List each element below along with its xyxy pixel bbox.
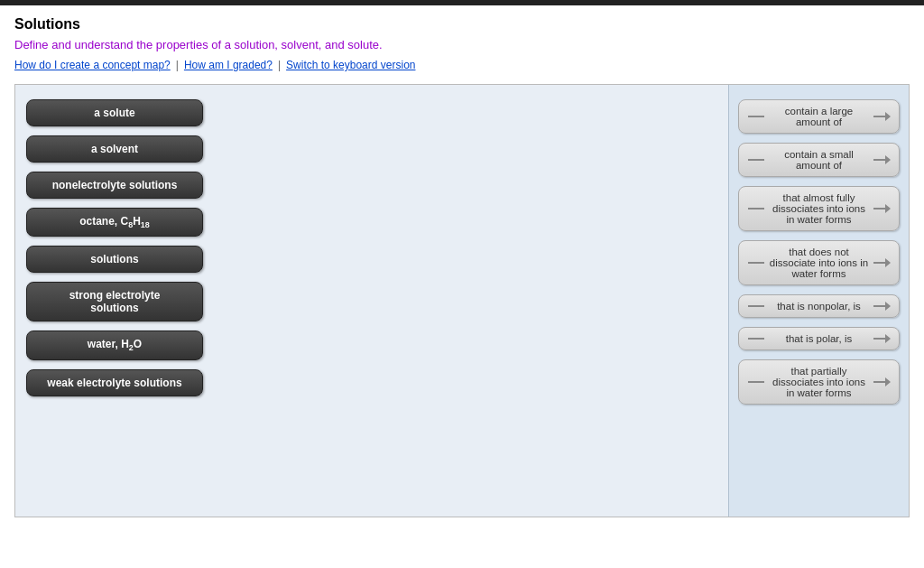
drag-item-strong-electrolyte[interactable]: strong electrolytesolutions [26, 282, 203, 321]
arrow-nonpolar [873, 305, 890, 307]
page-title: Solutions [14, 16, 910, 33]
drag-item-octane[interactable]: octane, C8H18 [26, 208, 203, 237]
predicate-text-large: contain a large amount of [768, 106, 870, 127]
connector-almost-fully [748, 208, 764, 210]
connector-does-not [748, 262, 764, 264]
predicate-almost-fully[interactable]: that almost fully dissociates into ions … [738, 186, 900, 231]
arrow-large [873, 116, 890, 117]
drag-item-weak-electrolyte[interactable]: weak electrolyte solutions [26, 369, 203, 396]
connector-polar [748, 338, 764, 340]
predicate-text-polar: that is polar, is [768, 333, 870, 344]
predicate-text-does-not: that does not dissociate into ions in wa… [768, 247, 870, 279]
arrow-almost-fully [873, 208, 890, 210]
drag-item-water[interactable]: water, H2O [26, 331, 203, 359]
canvas-area[interactable] [214, 85, 728, 517]
arrow-small [873, 159, 890, 161]
arrow-polar [873, 338, 890, 340]
connector-nonpolar [748, 305, 764, 307]
connector-small [748, 159, 764, 161]
link-grading[interactable]: How am I graded? [184, 59, 273, 71]
predicate-text-small: contain a small amount of [768, 149, 870, 171]
connector-large [748, 116, 764, 117]
predicate-partially-dissociates[interactable]: that partially dissociates into ions in … [738, 359, 900, 405]
nav-links: How do I create a concept map? | How am … [14, 59, 910, 71]
drag-item-a-solvent[interactable]: a solvent [26, 135, 203, 163]
drag-item-nonelectrolyte[interactable]: nonelectrolyte solutions [26, 172, 203, 199]
arrow-partially [873, 381, 890, 383]
predicate-contain-large[interactable]: contain a large amount of [738, 99, 900, 134]
concept-map-area: a solute a solvent nonelectrolyte soluti… [14, 84, 910, 517]
separator-1: | [176, 59, 179, 71]
drag-items-panel: a solute a solvent nonelectrolyte soluti… [15, 85, 214, 517]
predicate-nonpolar[interactable]: that is nonpolar, is [738, 294, 900, 318]
predicate-items-panel: contain a large amount of contain a smal… [728, 85, 909, 517]
predicate-polar[interactable]: that is polar, is [738, 327, 900, 350]
predicate-contain-small[interactable]: contain a small amount of [738, 143, 900, 177]
separator-2: | [278, 59, 281, 71]
drag-item-a-solute[interactable]: a solute [26, 99, 203, 126]
arrow-does-not [873, 262, 890, 264]
predicate-does-not-dissociate[interactable]: that does not dissociate into ions in wa… [738, 240, 900, 285]
predicate-text-partially: that partially dissociates into ions in … [768, 366, 870, 398]
link-create-concept-map[interactable]: How do I create a concept map? [14, 59, 171, 71]
link-keyboard-version[interactable]: Switch to keyboard version [286, 59, 415, 71]
page-container: Solutions Define and understand the prop… [0, 5, 924, 528]
predicate-text-almost-fully: that almost fully dissociates into ions … [768, 192, 870, 225]
page-subtitle: Define and understand the properties of … [14, 38, 910, 51]
predicate-text-nonpolar: that is nonpolar, is [768, 301, 870, 312]
connector-partially [748, 381, 764, 383]
drag-item-solutions[interactable]: solutions [26, 246, 203, 273]
